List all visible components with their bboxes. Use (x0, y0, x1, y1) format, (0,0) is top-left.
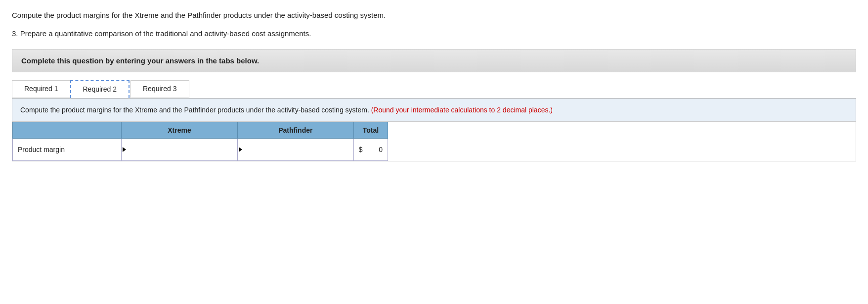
triangle-indicator-pathfinder (239, 147, 242, 152)
tabs-container: Required 1 Required 2 Required 3 (12, 80, 856, 99)
total-value: 0 (379, 146, 383, 153)
tab-required2[interactable]: Required 2 (70, 80, 130, 98)
pathfinder-input[interactable] (243, 142, 348, 157)
tab-required1[interactable]: Required 1 (12, 80, 71, 98)
xtreme-input[interactable] (127, 142, 232, 157)
content-instruction: Compute the product margins for the Xtre… (12, 99, 856, 122)
xtreme-input-cell[interactable] (122, 139, 238, 161)
complete-banner: Complete this question by entering your … (12, 49, 856, 72)
row-label: Product margin (13, 139, 122, 161)
col-header-total: Total (353, 122, 388, 139)
total-cell: $ 0 (353, 139, 388, 161)
col-header-empty (13, 122, 122, 139)
triangle-indicator-xtreme (123, 147, 126, 152)
pathfinder-input-cell[interactable] (237, 139, 353, 161)
instruction-1: Compute the product margins for the Xtre… (12, 10, 856, 21)
col-header-xtreme: Xtreme (122, 122, 238, 139)
col-header-pathfinder: Pathfinder (237, 122, 353, 139)
tab-required3[interactable]: Required 3 (130, 80, 189, 98)
data-table: Xtreme Pathfinder Total Product margin $ (12, 122, 388, 161)
total-symbol: $ (359, 146, 363, 153)
instruction-2: 3. Prepare a quantitative comparison of … (12, 28, 856, 40)
round-note: (Round your intermediate calculations to… (371, 106, 553, 114)
table-row: Product margin $ 0 (13, 139, 388, 161)
content-area: Compute the product margins for the Xtre… (12, 99, 856, 161)
